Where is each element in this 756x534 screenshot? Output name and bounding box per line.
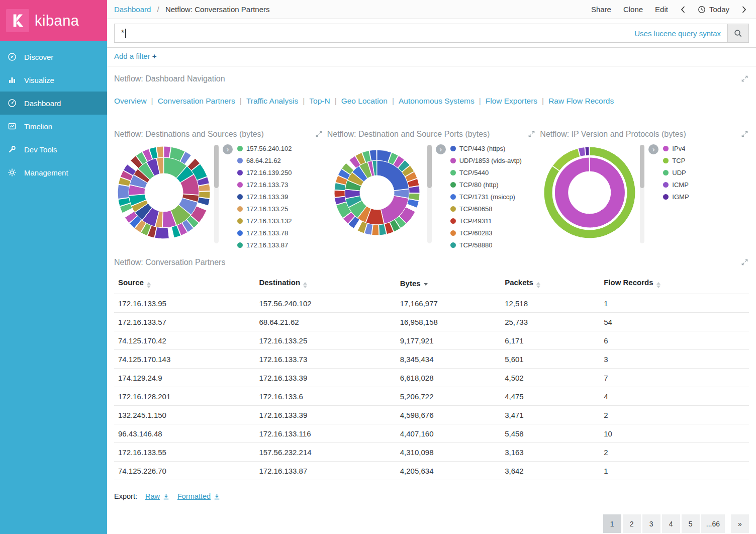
export-formatted-link[interactable]: Formatted [177,492,220,500]
legend-color-dot [450,218,456,224]
legend-item[interactable]: TCP/49311 [450,217,536,225]
page-button-1[interactable]: 1 [603,514,621,533]
nav-link-3[interactable]: Top-N [309,97,330,105]
table-cell: 4,205,634 [396,462,501,480]
sidebar-item-dev-tools[interactable]: Dev Tools [0,138,107,161]
kibana-logo[interactable]: kibana [0,0,107,41]
legend-item[interactable]: TCP/60283 [450,229,536,237]
time-forward-button[interactable] [741,6,747,14]
page-button-5[interactable]: 5 [682,514,700,533]
legend-scrollbar[interactable] [214,145,219,243]
legend-item[interactable]: TCP/443 (https) [450,145,536,152]
sidebar-item-management[interactable]: Management [0,161,107,184]
legend-expand-button[interactable]: › [223,144,233,154]
sidebar-item-label: Management [24,168,68,177]
legend-item[interactable]: UDP/1853 (vids-avtp) [450,157,536,164]
legend-item[interactable]: 172.16.133.25 [237,205,323,213]
table-row: 74.125.170.42172.16.133.259,177,9216,171… [114,331,749,350]
table-cell: 74.125.170.42 [114,331,255,350]
page-button-3[interactable]: 3 [642,514,660,533]
legend-item[interactable]: TCP [663,157,749,164]
legend-item[interactable]: ICMP [663,181,749,189]
legend-scrollbar[interactable] [427,145,432,243]
expand-panel-icon[interactable] [740,74,749,83]
column-header-bytes[interactable]: Bytes [396,273,501,294]
breadcrumb-dashboard-link[interactable]: Dashboard [114,5,151,14]
sidebar-item-timelion[interactable]: Timelion [0,115,107,138]
donut-chart-destinations-sources[interactable] [114,145,214,240]
legend-item[interactable]: 172.16.133.132 [237,217,323,225]
column-header-destination[interactable]: Destination [255,273,396,294]
legend-item[interactable]: TCP/80 (http) [450,181,536,189]
legend-item[interactable]: TCP/60658 [450,205,536,213]
clone-button[interactable]: Clone [623,5,643,14]
scrollbar-thumb[interactable] [640,145,644,188]
sidebar-item-visualize[interactable]: Visualize [0,68,107,92]
legend-item[interactable]: TCP/58880 [450,241,536,249]
expand-panel-icon[interactable] [315,130,323,138]
legend-item[interactable]: 172.16.133.78 [237,229,323,237]
table-cell: 172.16.133.116 [255,424,396,443]
share-button[interactable]: Share [591,5,611,14]
search-button[interactable] [727,24,748,42]
nav-link-0[interactable]: Overview [114,97,147,105]
legend-item[interactable]: 172.16.139.250 [237,169,323,176]
page-button-2[interactable]: 2 [623,514,641,533]
legend-color-dot [450,242,456,248]
legend-expand-button[interactable]: › [436,144,446,154]
legend-item[interactable]: 172.16.133.39 [237,193,323,201]
sidebar-item-discover[interactable]: Discover [0,45,107,68]
nav-link-2[interactable]: Traffic Analysis [246,97,298,105]
legend-expand-button[interactable]: › [648,144,658,154]
expand-panel-icon[interactable] [527,130,536,138]
legend-item[interactable]: 172.16.133.87 [237,241,323,249]
link-separator: | [335,97,337,105]
sidebar-item-dashboard[interactable]: Dashboard [0,92,107,115]
table-cell: 7 [600,369,749,387]
legend-scrollbar[interactable] [640,145,644,243]
expand-panel-icon[interactable] [740,258,749,266]
export-raw-link[interactable]: Raw [145,492,169,500]
legend-item[interactable]: 172.16.133.73 [237,181,323,189]
lucene-syntax-link[interactable]: Uses lucene query syntax [634,29,721,38]
table-row: 96.43.146.48172.16.133.1164,407,1605,458… [114,424,749,443]
query-input[interactable]: * Uses lucene query syntax [114,24,749,43]
kibana-logo-text: kibana [35,13,79,29]
column-header-flow-records[interactable]: Flow Records [600,273,749,294]
table-cell: 172.16.133.87 [255,462,396,480]
legend-item[interactable]: UDP [663,169,749,176]
page-button-[interactable]: » [731,514,749,533]
legend-item[interactable]: IGMP [663,193,749,201]
scrollbar-thumb[interactable] [214,145,219,188]
legend-item[interactable]: 68.64.21.62 [237,157,323,164]
nav-link-1[interactable]: Conversation Partners [158,97,235,105]
table-cell: 3,471 [501,406,600,424]
nav-link-7[interactable]: Raw Flow Records [548,97,614,105]
nav-link-6[interactable]: Flow Exporters [486,97,537,105]
scrollbar-thumb[interactable] [427,145,432,188]
nav-link-4[interactable]: Geo Location [341,97,388,105]
query-value: * [121,29,124,38]
page-button-66[interactable]: ...66 [701,514,725,533]
legend: 157.56.240.10268.64.21.62172.16.139.2501… [237,145,323,249]
legend-item[interactable]: 157.56.240.102 [237,145,323,152]
legend-item[interactable]: TCP/1731 (msiccp) [450,193,536,201]
column-header-source[interactable]: Source [114,273,255,294]
add-filter-button[interactable]: Add a filter+ [114,52,156,60]
page-button-4[interactable]: 4 [662,514,680,533]
time-picker-button[interactable]: Today [698,5,729,14]
nav-links: Overview|Conversation Partners|Traffic A… [114,97,749,106]
time-back-button[interactable] [680,6,686,14]
link-separator: | [151,97,153,105]
nav-link-5[interactable]: Autonomous Systems [399,97,475,105]
table-cell: 4 [600,387,749,406]
export-label: Export: [114,492,137,500]
legend-item[interactable]: TCP/5440 [450,169,536,176]
legend-item[interactable]: IPv4 [663,145,749,152]
donut-chart-ip-protocols[interactable] [540,145,639,240]
column-header-packets[interactable]: Packets [501,273,600,294]
legend-color-dot [237,218,243,224]
donut-chart-ports[interactable] [327,145,427,240]
expand-panel-icon[interactable] [740,130,749,138]
edit-button[interactable]: Edit [655,5,668,14]
